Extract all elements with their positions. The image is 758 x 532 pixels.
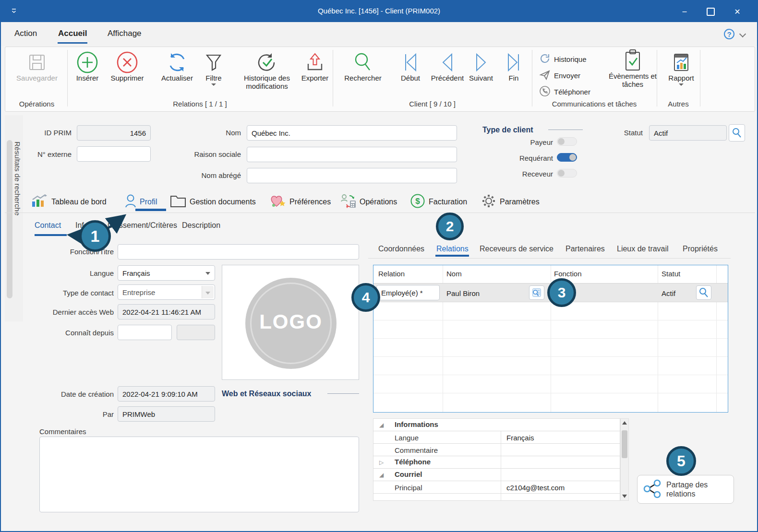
callout-4: 4 (351, 283, 380, 312)
row-relation-field[interactable]: Employé(e) * (376, 285, 440, 300)
statut-search-button[interactable] (729, 124, 745, 142)
tab-parametres[interactable]: Paramètres (481, 194, 540, 210)
delete-button[interactable]: Supprimer (106, 51, 149, 82)
row-nom-value: Paul Biron (446, 289, 480, 297)
statut-field[interactable]: Actif (649, 125, 727, 141)
rtab-relations-underline (435, 255, 469, 257)
fonction-field[interactable] (118, 244, 359, 260)
close-button[interactable]: ✕ (725, 1, 750, 22)
prop-principal[interactable]: Principal c2104g@test.com (373, 481, 620, 494)
col-statut[interactable]: Statut (662, 270, 680, 278)
receveur-toggle[interactable] (557, 169, 577, 177)
filter-icon (203, 51, 224, 74)
prop-commentaire[interactable]: Commentaire (373, 444, 620, 456)
nom-abrege-label: Nom abrégé (188, 171, 241, 179)
evenements-taches-button[interactable]: Évènements et tâches (606, 49, 659, 89)
insert-button[interactable]: Insérer (72, 51, 103, 82)
category-telephone[interactable]: ▷ Téléphone (373, 456, 620, 469)
connait-depuis-field[interactable] (118, 325, 172, 340)
previous-button[interactable]: Précédent (427, 51, 468, 82)
dernier-acces-field: 2022-04-21 11:46:21 AM (118, 304, 215, 319)
col-relation[interactable]: Relation (378, 270, 405, 278)
rtab-receveurs[interactable]: Receveurs de service (480, 245, 553, 253)
expander-expanded-icon[interactable]: ◢ (379, 422, 384, 428)
scrollbar-thumb[interactable] (622, 430, 627, 458)
logo-image: LOGO (245, 278, 337, 369)
rtab-lieux[interactable]: Lieux de travail (617, 245, 669, 253)
tab-preferences[interactable]: Préférences (270, 194, 331, 210)
nom-field[interactable]: Québec Inc. (247, 125, 457, 141)
help-chevron-icon[interactable] (739, 31, 746, 37)
group-relations: Relations [ 1 / 1 ] (67, 100, 333, 108)
expander-expanded-icon[interactable]: ◢ (379, 472, 384, 478)
col-nom[interactable]: Nom (446, 270, 462, 278)
connait-depuis-label: Connaît depuis (49, 329, 114, 337)
share-icon (642, 478, 662, 500)
historique-button[interactable]: Historique (539, 53, 587, 66)
menu-accueil[interactable]: Accueil (58, 29, 87, 38)
search-results-panel-tab[interactable]: Résultats de recherche (5, 115, 23, 321)
menu-action[interactable]: Action (14, 29, 37, 38)
rtab-partenaires[interactable]: Partenaires (565, 245, 605, 253)
rapport-button[interactable]: Rapport (664, 51, 698, 86)
category-courriel[interactable]: ◢ Courriel (373, 469, 620, 481)
first-button[interactable]: Début (396, 51, 425, 82)
export-button[interactable]: Exporter (298, 51, 332, 82)
raison-sociale-label: Raison sociale (188, 150, 241, 158)
filter-button[interactable]: Filtre (199, 51, 228, 86)
group-communications: Communications et tâches (532, 100, 657, 108)
minimize-button[interactable]: – (673, 1, 696, 22)
no-externe-label: N° externe (30, 150, 72, 158)
subtab-contact[interactable]: Contact (35, 221, 61, 230)
last-button[interactable]: Fin (502, 51, 525, 82)
history-modifications-button[interactable]: Historique des modifications (238, 51, 296, 91)
history-check-icon (256, 51, 278, 74)
langue-select[interactable]: Français (118, 265, 215, 281)
tab-gestion-documents[interactable]: Gestion documents (170, 194, 256, 210)
rtab-relations[interactable]: Relations (436, 245, 469, 253)
subtab-description[interactable]: Description (182, 221, 220, 230)
search-button[interactable]: Rechercher (340, 51, 386, 82)
commentaires-textarea[interactable] (39, 437, 359, 512)
partage-relations-button[interactable]: Partage des relations (637, 475, 734, 504)
envoyer-button[interactable]: Envoyer (539, 69, 580, 82)
type-contact-select: Entreprise (118, 284, 215, 300)
col-fonction[interactable]: Fonction (554, 270, 582, 278)
raison-sociale-field[interactable] (247, 147, 457, 162)
connait-depuis-extra-field (177, 325, 215, 340)
tab-facturation[interactable]: $ Facturation (410, 194, 467, 210)
callout-5: 5 (666, 446, 696, 476)
refresh-button[interactable]: Actualiser (156, 51, 199, 82)
menu-affichage[interactable]: Affichage (108, 29, 142, 38)
category-informations[interactable]: ◢ Informations (373, 419, 620, 431)
details-scrollbar[interactable] (620, 418, 629, 501)
titlebar: Québec Inc. [1456] - Client (PRIM002) – … (1, 1, 757, 22)
next-button[interactable]: Suivant (464, 51, 498, 82)
nom-abrege-field[interactable] (247, 168, 457, 183)
rtab-coordonnees[interactable]: Coordonnées (378, 245, 424, 253)
payeur-toggle[interactable] (557, 137, 577, 146)
help-icon[interactable]: ? (724, 29, 734, 39)
rtab-proprietes[interactable]: Propriétés (683, 245, 718, 253)
save-button[interactable]: Sauvegarder (12, 51, 62, 82)
group-client: Client [ 9 / 10 ] (333, 100, 532, 108)
tab-operations[interactable]: Opérations (340, 194, 397, 210)
search-green-icon (352, 51, 374, 74)
expander-collapsed-icon[interactable]: ▷ (379, 459, 384, 466)
maximize-button[interactable] (700, 1, 721, 22)
logo-placeholder-text: LOGO (245, 310, 337, 333)
requerant-toggle[interactable] (557, 153, 577, 162)
prop-langue[interactable]: Langue Français (373, 431, 620, 444)
next-icon (472, 51, 490, 74)
logo-panel[interactable]: LOGO (222, 265, 359, 380)
no-externe-field[interactable] (77, 146, 151, 162)
telephoner-button[interactable]: Téléphoner (539, 85, 590, 98)
scroll-up-icon[interactable] (622, 421, 627, 425)
row-statut-search-button[interactable] (696, 285, 711, 300)
scroll-down-icon[interactable] (622, 495, 627, 498)
phone-icon (539, 85, 551, 98)
dropdown-caret-icon (205, 272, 210, 275)
heart-star-icon (270, 194, 286, 210)
row-statut-value: Actif (662, 289, 675, 297)
row-nom-lookup-button[interactable] (529, 285, 544, 300)
